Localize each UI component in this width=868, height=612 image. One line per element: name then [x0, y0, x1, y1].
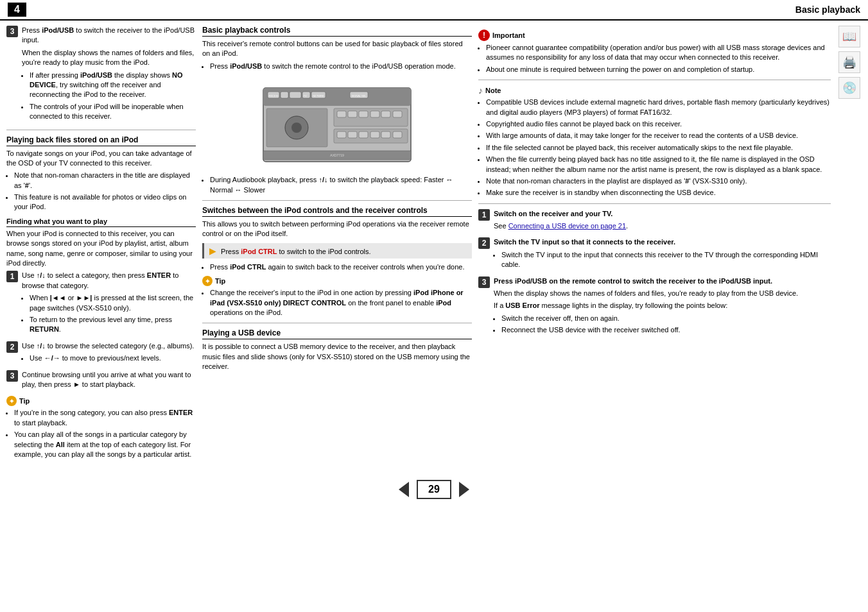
- step-3-heading: Press iPod/USB to switch the receiver to…: [22, 26, 195, 44]
- tip-bullet-1: If you're in the song category, you can …: [14, 408, 196, 428]
- note-bullet-1: Compatible USB devices include external …: [486, 98, 831, 117]
- right-sidebar: 📖 🖨️ 💿: [837, 26, 862, 463]
- usb-device-link[interactable]: Connecting a USB device on page 21: [508, 222, 626, 230]
- right-column: ! Important Pioneer cannot guarantee com…: [478, 26, 831, 463]
- step-3-bullet-1: If after pressing iPod/USB the display s…: [30, 71, 196, 100]
- right-step-2-num: 2: [478, 237, 490, 249]
- basic-body: This receiver's remote control buttons c…: [202, 39, 472, 59]
- tip2-bullets: Change the receiver's input to the iPod …: [210, 288, 472, 318]
- sidebar-icon-3: 💿: [838, 77, 860, 99]
- finding-heading: Finding what you want to play: [6, 217, 196, 227]
- page-nav: 29: [0, 475, 868, 504]
- sidebar-icon-1: 📖: [838, 26, 860, 47]
- note-bullets: Compatible USB devices include external …: [486, 98, 831, 198]
- step-3b-text: Continue browsing until you arrive at wh…: [22, 370, 196, 390]
- note-header: ♪ Note: [478, 85, 831, 96]
- step-1-bullets: When |◄◄ or ►►| is pressed at the list s…: [30, 293, 196, 335]
- tip-header-mid: ✦ Tip: [202, 276, 472, 286]
- right-step-2: 2 Switch the TV input so that it connect…: [478, 237, 831, 272]
- tip-icon-left: ✦: [6, 396, 17, 406]
- tip-header-left: ✦ Tip: [6, 396, 196, 406]
- tip-label-mid: Tip: [215, 277, 225, 285]
- right-step-3-extra: If a USB Error message lights in the dis…: [494, 301, 831, 310]
- right-step-1-text: Switch on the receiver and your TV.: [494, 210, 612, 217]
- svg-rect-21: [359, 132, 368, 138]
- tip-label-left: Tip: [19, 397, 30, 405]
- note-icon: ♪: [478, 85, 483, 96]
- svg-text:TV: TV: [303, 94, 306, 98]
- important-icon: !: [478, 30, 490, 41]
- svg-rect-14: [359, 111, 368, 117]
- basic-bullets: Press iPod/USB to switch the remote cont…: [210, 62, 472, 71]
- note-bullet-4: If the file selected cannot be played ba…: [486, 143, 831, 153]
- step-1-content: Use ↑/↓ to select a category, then press…: [22, 271, 196, 337]
- receiver-image: AXD7719 RECEIV TV NETWRK SIGNAL SEL: [260, 75, 414, 171]
- usb-heading: Playing a USB device: [202, 328, 472, 339]
- svg-rect-23: [381, 132, 390, 138]
- svg-rect-16: [381, 111, 390, 117]
- right-step-3-text: Press iPod/USB on the remote control to …: [494, 277, 772, 285]
- svg-text:SIGNAL SEL: SIGNAL SEL: [351, 94, 367, 98]
- note-bullet-5: When the file currently being played bac…: [486, 155, 831, 174]
- svg-text:AXD7719: AXD7719: [330, 153, 344, 157]
- press-triangle-icon: ▶: [209, 246, 216, 256]
- right-step-2-bullets: Switch the TV input to the input that co…: [501, 250, 831, 270]
- next-page-arrow[interactable]: [459, 482, 469, 497]
- right-step-3-num: 3: [478, 276, 490, 288]
- step-3b-num: 3: [6, 370, 18, 382]
- step-1-text: Use ↑/↓ to select a category, then press…: [22, 271, 196, 291]
- svg-rect-3: [281, 92, 288, 98]
- left-column: 3 Press iPod/USB to switch the receiver …: [6, 26, 196, 463]
- press-again-item: Press iPod CTRL again to switch back to …: [210, 262, 472, 272]
- finding-body: When your iPod is connected to this rece…: [6, 229, 196, 269]
- important-bullets: Pioneer cannot guarantee compatibility (…: [486, 43, 831, 74]
- note-bullet-2: Copyrighted audio files cannot be played…: [486, 119, 831, 129]
- mid-column: Basic playback controls This receiver's …: [202, 26, 472, 463]
- playback-bullet-1: Note that non-roman characters in the ti…: [14, 171, 196, 191]
- note-heading: Note: [485, 87, 501, 94]
- right-step-2-text: Switch the TV input so that it connects …: [494, 238, 675, 246]
- playback-bullet-2: This feature is not available for photos…: [14, 192, 196, 212]
- tip-icon-mid: ✦: [202, 276, 213, 286]
- step-1-bullet-2: To return to the previous level any time…: [30, 315, 196, 335]
- step-2-text: Use ↑/↓ to browse the selected category …: [22, 341, 196, 351]
- step-2-bullet-1: Use ←/→ to move to previous/next levels.: [30, 353, 196, 363]
- note-box: ♪ Note Compatible USB devices include ex…: [478, 85, 831, 198]
- step-2-num: 2: [6, 341, 18, 353]
- usb-body: It is possible to connect a USB memory d…: [202, 342, 472, 371]
- tip-bullet-2: You can play all of the songs in a parti…: [14, 430, 196, 459]
- step-1-num: 1: [6, 271, 18, 282]
- right-step-3: 3 Press iPod/USB on the remote control t…: [478, 276, 831, 338]
- important-box: ! Important Pioneer cannot guarantee com…: [478, 30, 831, 74]
- finding-section: Finding what you want to play When your …: [6, 217, 196, 269]
- step-3-num: 3: [6, 26, 18, 37]
- receiver-figure: AXD7719 RECEIV TV NETWRK SIGNAL SEL: [202, 75, 472, 171]
- step-2-content: Use ↑/↓ to browse the selected category …: [22, 341, 196, 366]
- right-step-3-body: When the display shows the names of fold…: [494, 289, 831, 298]
- svg-text:RECEIV: RECEIV: [269, 94, 279, 98]
- step-3-bullet-2: The controls of your iPod will be inoper…: [30, 102, 196, 122]
- playback-bullets: Note that non-roman characters in the ti…: [14, 171, 196, 212]
- step-2-browse: 2 Use ↑/↓ to browse the selected categor…: [6, 341, 196, 366]
- svg-text:NETWRK: NETWRK: [313, 94, 324, 98]
- note-bullet-6: Note that non-roman characters in the pl…: [486, 176, 831, 186]
- usb-section: Playing a USB device It is possible to c…: [202, 328, 472, 371]
- step-1-category: 1 Use ↑/↓ to select a category, then pre…: [6, 271, 196, 337]
- prev-page-arrow[interactable]: [399, 482, 409, 497]
- important-bullet-2: About one minute is required between tur…: [486, 65, 831, 74]
- tip-bullets-left: If you're in the song category, you can …: [14, 408, 196, 459]
- step-3-ipod-usb: 3 Press iPod/USB to switch the receiver …: [6, 26, 196, 124]
- sidebar-icon-2: 🖨️: [838, 51, 860, 73]
- tip2-bullet-1: Change the receiver's input to the iPod …: [210, 288, 472, 318]
- tip-box-left: ✦ Tip If you're in the song category, yo…: [6, 396, 196, 459]
- svg-rect-15: [370, 111, 379, 117]
- switches-body: This allows you to switch between perfor…: [202, 219, 472, 239]
- note-bullet-7: Make sure the receiver is in standby whe…: [486, 188, 831, 198]
- important-bullet-1: Pioneer cannot guarantee compatibility (…: [486, 43, 831, 63]
- important-heading: Important: [492, 31, 525, 39]
- playback-body: To navigate songs on your iPod, you can …: [6, 149, 196, 169]
- basic-heading: Basic playback controls: [202, 26, 472, 37]
- playback-heading: Playing back files stored on an iPod: [6, 135, 196, 146]
- right-step-3-content: Press iPod/USB on the remote control to …: [494, 276, 831, 338]
- step-3-bullets: If after pressing iPod/USB the display s…: [30, 71, 196, 122]
